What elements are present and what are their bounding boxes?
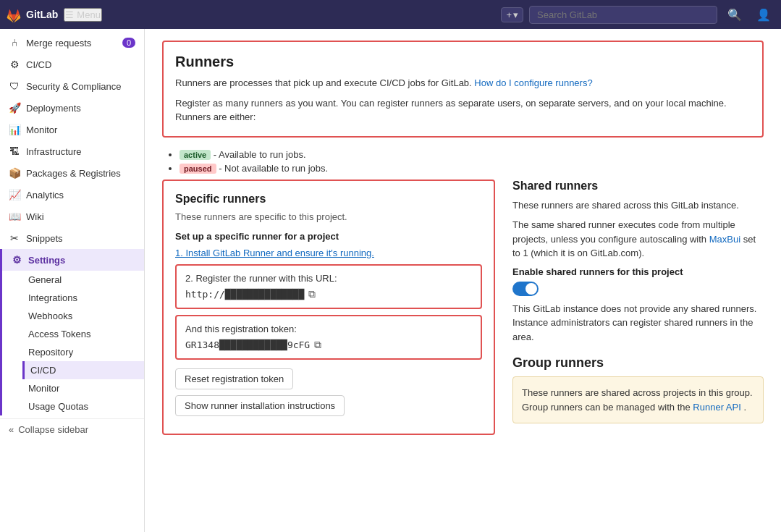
setup-title: Set up a specific runner for a project (175, 231, 482, 242)
snippets-icon: ✂ (9, 232, 20, 244)
profile-button[interactable]: 👤 (752, 5, 775, 25)
group-runners-box: These runners are shared across projects… (512, 376, 764, 423)
token-value: GR1348████████████9cFG ⧉ (185, 339, 472, 351)
settings-icon: ⚙ (11, 254, 22, 266)
menu-icon: ☰ (65, 9, 74, 20)
specific-runners-desc: These runners are specific to this proje… (175, 211, 482, 222)
specific-runners-box: Specific runners These runners are speci… (162, 180, 495, 435)
step1-link[interactable]: 1. Install GitLab Runner and ensure it's… (175, 248, 482, 258)
profile-icon: 👤 (756, 8, 771, 22)
security-icon: 🛡 (9, 80, 20, 92)
sidebar-item-infrastructure[interactable]: 🏗 Infrastructure (0, 140, 144, 162)
runners-section: Runners Runners are processes that pick … (162, 41, 764, 138)
runner-api-link[interactable]: Runner API (693, 402, 741, 413)
group-runners-desc2: Group runners can be managed with the Ru… (522, 400, 754, 415)
specific-runners-column: Specific runners These runners are speci… (162, 180, 495, 435)
sidebar-item-cicd[interactable]: ⚙ CI/CD (0, 54, 144, 75)
packages-icon: 📦 (9, 167, 20, 179)
copy-token-button[interactable]: ⧉ (314, 339, 321, 351)
sidebar-item-integrations[interactable]: Integrations (22, 289, 144, 307)
cicd-icon: ⚙ (9, 59, 20, 70)
sidebar-item-access-tokens[interactable]: Access Tokens (22, 325, 144, 343)
deployments-icon: 🚀 (9, 102, 20, 114)
collapse-sidebar-button[interactable]: « Collapse sidebar (0, 418, 144, 440)
token-label: And this registration token: (185, 324, 472, 334)
show-instructions-button[interactable]: Show runner installation instructions (175, 395, 345, 416)
collapse-icon: « (9, 424, 14, 435)
maxbuild-link[interactable]: MaxBui (709, 234, 740, 245)
sidebar-item-packages[interactable]: 📦 Packages & Registries (0, 162, 144, 184)
sidebar-item-wiki[interactable]: 📖 Wiki (0, 206, 144, 227)
active-status-item: active - Available to run jobs. (180, 149, 764, 160)
runners-desc3: Runners are either: (175, 110, 751, 124)
active-badge: active (180, 150, 211, 160)
sidebar-item-general[interactable]: General (22, 271, 144, 289)
merge-requests-icon: ⑃ (9, 37, 20, 48)
sidebar-item-webhooks[interactable]: Webhooks (22, 307, 144, 325)
main-layout: ⑃ Merge requests 0 ⚙ CI/CD 🛡 Security & … (0, 29, 781, 532)
paused-status-item: paused - Not available to run jobs. (180, 163, 764, 174)
chevron-down-icon: ▾ (513, 9, 518, 20)
enable-shared-runners-toggle[interactable] (512, 282, 539, 296)
shared-runners-title: Shared runners (512, 180, 764, 193)
sidebar-item-repository[interactable]: Repository (22, 343, 144, 361)
analytics-icon: 📈 (9, 189, 20, 200)
enable-shared-runners-label: Enable shared runners for this project (512, 266, 764, 277)
monitor-icon: 📊 (9, 124, 20, 135)
runners-title: Runners (175, 54, 751, 70)
paused-badge: paused (180, 164, 216, 174)
sidebar-item-cicd-sub[interactable]: CI/CD (22, 361, 144, 379)
sidebar-item-monitor-sub[interactable]: Monitor (22, 379, 144, 397)
sidebar-item-settings[interactable]: ⚙ Settings (0, 249, 144, 271)
sidebar: ⑃ Merge requests 0 ⚙ CI/CD 🛡 Security & … (0, 29, 145, 532)
search-button[interactable]: 🔍 (723, 5, 746, 25)
status-list: active - Available to run jobs. paused -… (162, 149, 764, 174)
topbar: GitLab ☰ Menu + ▾ 🔍 👤 (0, 0, 781, 29)
copy-url-button[interactable]: ⧉ (308, 288, 316, 300)
shared-runners-note: This GitLab instance does not provide an… (512, 302, 764, 345)
sidebar-item-merge-requests[interactable]: ⑃ Merge requests 0 (0, 32, 144, 54)
toggle-knob (525, 283, 537, 295)
new-item-button[interactable]: + ▾ (501, 7, 523, 22)
sidebar-item-security[interactable]: 🛡 Security & Compliance (0, 75, 144, 97)
shared-runners-desc1: These runners are shared across this Git… (512, 198, 764, 213)
settings-subnav: General Integrations Webhooks Access Tok… (2, 271, 144, 415)
runners-desc2: Register as many runners as you want. Yo… (175, 96, 751, 111)
specific-runners-title: Specific runners (175, 193, 482, 206)
sidebar-item-analytics[interactable]: 📈 Analytics (0, 184, 144, 206)
url-register-box: 2. Register the runner with this URL: ht… (175, 264, 482, 309)
logo[interactable]: GitLab (6, 7, 58, 22)
content-area: Runners Runners are processes that pick … (145, 29, 781, 532)
sidebar-item-snippets[interactable]: ✂ Snippets (0, 227, 144, 249)
search-input[interactable] (529, 6, 717, 24)
two-column-layout: Specific runners These runners are speci… (162, 180, 764, 435)
sidebar-item-usage-quotas[interactable]: Usage Quotas (22, 397, 144, 415)
group-runners-desc: These runners are shared across projects… (522, 386, 754, 400)
menu-button[interactable]: ☰ Menu (64, 8, 102, 22)
url-register-value: http://██████████████ ⧉ (185, 288, 472, 300)
runners-description: Runners are processes that pick up and e… (175, 76, 751, 90)
plus-icon: + (506, 9, 512, 20)
sidebar-item-deployments[interactable]: 🚀 Deployments (0, 97, 144, 119)
group-runners-title: Group runners (512, 355, 764, 371)
shared-runners-desc2: The same shared runner executes code fro… (512, 218, 764, 261)
token-box: And this registration token: GR1348█████… (175, 315, 482, 360)
shared-runners-column: Shared runners These runners are shared … (512, 180, 764, 435)
infrastructure-icon: 🏗 (9, 145, 20, 157)
configure-runners-link[interactable]: How do I configure runners? (474, 77, 592, 88)
wiki-icon: 📖 (9, 211, 20, 222)
sidebar-item-monitor[interactable]: 📊 Monitor (0, 119, 144, 140)
url-register-label: 2. Register the runner with this URL: (185, 273, 472, 284)
search-icon: 🔍 (727, 8, 742, 22)
reset-token-button[interactable]: Reset registration token (175, 368, 293, 389)
